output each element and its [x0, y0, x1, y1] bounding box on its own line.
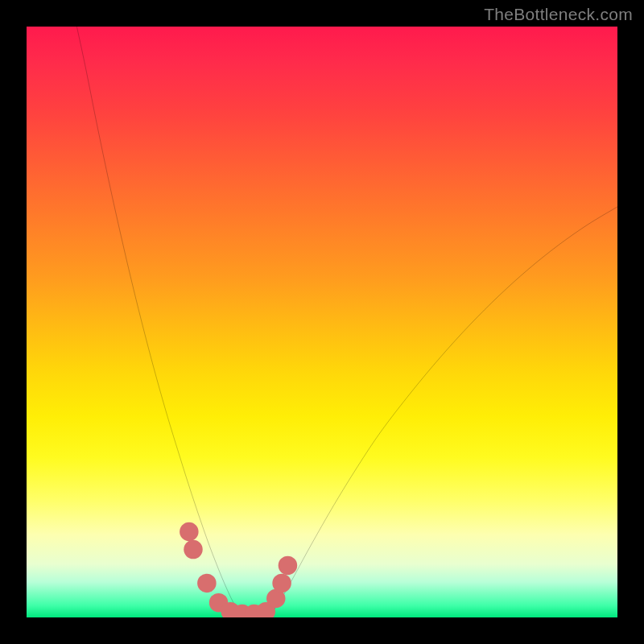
plot-area: [27, 27, 617, 617]
watermark-text: TheBottleneck.com: [484, 5, 633, 24]
marker-dot: [272, 574, 291, 592]
curve-layer: [27, 27, 617, 617]
marker-dot: [197, 574, 216, 592]
right-curve: [272, 207, 617, 613]
marker-dot: [180, 522, 198, 541]
marker-dot: [184, 540, 202, 559]
highlight-dots: [180, 522, 297, 617]
marker-dot: [279, 556, 297, 575]
left-curve: [76, 27, 239, 613]
chart-stage: TheBottleneck.com: [0, 0, 644, 644]
